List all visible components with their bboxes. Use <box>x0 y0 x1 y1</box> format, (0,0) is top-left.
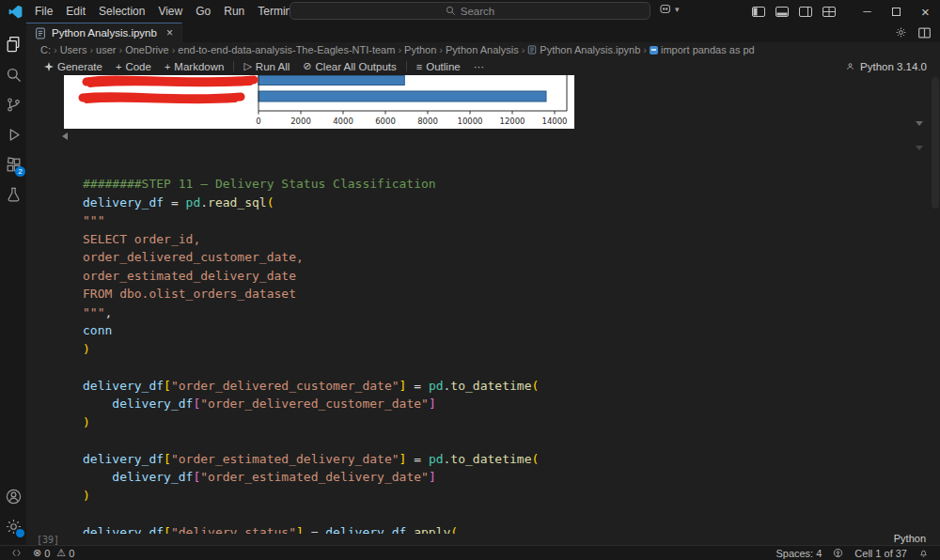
run-debug-icon[interactable] <box>0 119 26 149</box>
account-icon[interactable] <box>0 481 26 511</box>
add-markdown-button[interactable]: + Markdown <box>158 57 231 75</box>
toggle-sidebar-icon[interactable] <box>752 7 765 17</box>
code-line[interactable]: ) <box>83 340 912 359</box>
toolbar-divider <box>406 61 407 71</box>
accessibility-icon[interactable] <box>829 548 847 558</box>
cell-position-indicator[interactable]: Cell 1 of 37 <box>851 548 911 559</box>
cell-output-chart: 02000400060008000100001200014000 <box>64 75 574 129</box>
breadcrumb-item[interactable]: import pandas as pd <box>650 44 755 55</box>
code-line[interactable]: ########STEP 11 — Delivery Status Classi… <box>83 175 912 194</box>
search-placeholder: Search <box>461 6 494 17</box>
tab-python-analysis[interactable]: Python Analysis.ipynb × <box>26 23 182 42</box>
code-line[interactable]: delivery_df["order_estimated_delivery_da… <box>83 450 912 469</box>
code-line[interactable]: conn <box>83 321 912 340</box>
menu-item-view[interactable]: View <box>151 5 189 18</box>
kernel-picker[interactable]: Python 3.14.0 <box>845 61 927 72</box>
scrollbar-thumb[interactable] <box>932 77 939 209</box>
problems-indicator[interactable]: ⊗ 0 ⚠ 0 <box>29 547 78 559</box>
breadcrumb-item[interactable]: end-to-end-data-analysis-The-Eagles-NTI-… <box>178 44 395 55</box>
cell-language-picker[interactable]: Python <box>894 533 926 544</box>
chevron-down-icon[interactable] <box>916 146 923 150</box>
breadcrumb-separator: › <box>118 44 122 55</box>
extensions-icon[interactable]: 2 <box>0 149 26 179</box>
extensions-badge: 2 <box>15 166 25 177</box>
close-button[interactable]: × <box>911 0 940 23</box>
code-line[interactable]: ) <box>83 413 912 432</box>
code-line[interactable] <box>83 431 912 450</box>
notebook-toolbar: Generate + Code + Markdown ▷ Run All ⊘ <box>26 57 940 75</box>
chevron-down-icon: ▾ <box>675 5 680 14</box>
svg-text:10000: 10000 <box>457 117 482 126</box>
breadcrumb-item[interactable]: Python Analysis <box>446 44 519 55</box>
toggle-panel-icon[interactable] <box>776 7 789 17</box>
menu-item-file[interactable]: File <box>28 5 59 18</box>
code-line[interactable]: delivery_df["order_delivered_customer_da… <box>83 395 912 413</box>
svg-text:8000: 8000 <box>417 117 438 126</box>
breadcrumb-separator: › <box>89 44 93 55</box>
code-line[interactable] <box>83 505 912 523</box>
search-box[interactable]: Search <box>290 2 650 20</box>
breadcrumb-item[interactable]: Python Analysis.ipynb <box>527 44 640 55</box>
breadcrumb-item[interactable]: C: <box>40 44 51 55</box>
add-code-button[interactable]: + Code <box>109 57 158 75</box>
code-line[interactable]: ) <box>83 487 912 506</box>
plus-icon: + <box>116 61 121 72</box>
vscode-window: FileEditSelectionViewGoRunTerminalHelp ←… <box>0 0 940 560</box>
outline-button[interactable]: ≡ Outline <box>410 57 467 75</box>
spaces-indicator[interactable]: Spaces: 4 <box>772 548 825 559</box>
menu-item-selection[interactable]: Selection <box>92 5 151 18</box>
code-line[interactable] <box>83 358 912 377</box>
menu-item-edit[interactable]: Edit <box>59 5 92 18</box>
menu-item-go[interactable]: Go <box>189 5 217 18</box>
chevron-down-icon[interactable] <box>916 121 923 126</box>
copilot-menu-button[interactable]: ▾ <box>660 4 680 14</box>
code-line[interactable]: """ <box>83 211 912 230</box>
breadcrumb-item[interactable]: Python <box>404 44 436 55</box>
warning-icon: ⚠ <box>56 547 66 559</box>
maximize-button[interactable] <box>882 0 911 23</box>
plus-icon: + <box>164 61 170 72</box>
split-editor-icon[interactable] <box>918 27 931 39</box>
more-actions-button[interactable]: ··· <box>467 57 492 75</box>
testing-icon[interactable] <box>0 179 26 210</box>
code-cell[interactable]: ########STEP 11 — Delivery Status Classi… <box>83 175 912 534</box>
notebook-file-icon <box>527 45 537 54</box>
clear-outputs-button[interactable]: ⊘ Clear All Outputs <box>296 57 403 75</box>
code-line[interactable]: order_estimated_delivery_date <box>83 267 912 286</box>
svg-text:6000: 6000 <box>375 117 396 126</box>
svg-text:14000: 14000 <box>541 117 567 126</box>
minimize-button[interactable]: ─ <box>853 0 882 23</box>
code-line[interactable]: delivery_df["order_delivered_customer_da… <box>83 377 912 396</box>
menu-item-run[interactable]: Run <box>217 5 251 18</box>
search-sidebar-icon[interactable] <box>0 59 26 89</box>
output-scroll-left-icon[interactable] <box>62 132 68 140</box>
generate-button[interactable]: Generate <box>38 57 109 75</box>
code-line[interactable]: delivery_df["delivery_status"] = deliver… <box>83 523 912 535</box>
bell-icon[interactable] <box>915 548 932 558</box>
activity-bar: 2 <box>0 23 26 545</box>
code-line[interactable]: order_delivered_customer_date, <box>83 248 912 267</box>
notebook-file-icon <box>35 27 46 39</box>
customize-layout-icon[interactable] <box>822 7 836 17</box>
remote-icon[interactable] <box>8 548 25 558</box>
svg-text:4000: 4000 <box>333 117 353 126</box>
code-line[interactable]: SELECT order_id, <box>83 230 912 249</box>
code-line[interactable]: delivery_df["order_estimated_delivery_da… <box>83 468 912 487</box>
tab-close-icon[interactable]: × <box>166 26 173 39</box>
source-control-icon[interactable] <box>0 89 26 119</box>
run-all-button[interactable]: ▷ Run All <box>237 57 296 75</box>
settings-gear-icon[interactable] <box>0 511 26 541</box>
breadcrumb-item[interactable]: user <box>96 44 116 55</box>
svg-text:0: 0 <box>256 117 260 126</box>
breadcrumb-item[interactable]: OneDrive <box>125 44 168 55</box>
code-line[interactable]: """, <box>83 303 912 322</box>
code-line[interactable]: delivery_df = pd.read_sql( <box>83 194 912 212</box>
gear-icon[interactable] <box>895 26 907 39</box>
warning-count: 0 <box>69 548 74 559</box>
breadcrumb-item[interactable]: Users <box>60 44 87 55</box>
title-bar-right: ─ × <box>752 0 940 23</box>
explorer-icon[interactable] <box>0 29 26 59</box>
sparkle-icon <box>44 62 54 71</box>
toggle-secondary-sidebar-icon[interactable] <box>799 7 812 17</box>
code-line[interactable]: FROM dbo.olist_orders_dataset <box>83 285 912 303</box>
